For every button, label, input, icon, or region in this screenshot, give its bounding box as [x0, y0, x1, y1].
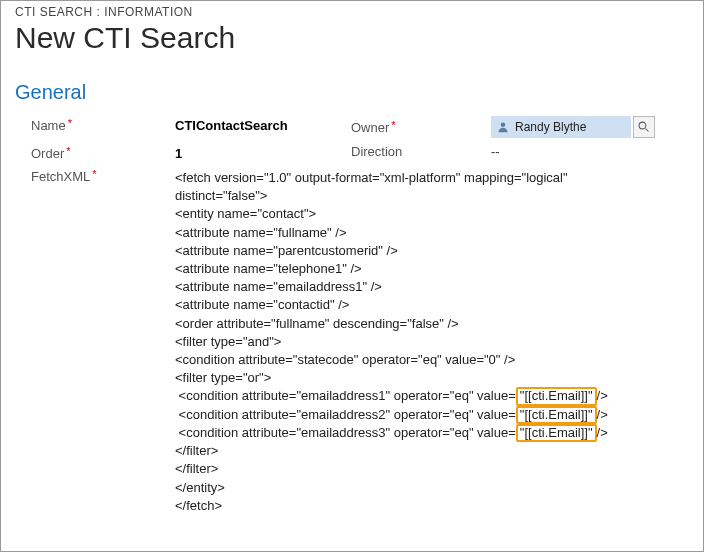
highlight-cti-email-3: "[[cti.Email]]"	[516, 424, 597, 442]
direction-value[interactable]: --	[491, 144, 655, 159]
owner-value: Randy Blythe	[515, 120, 586, 134]
breadcrumb: CTI SEARCH : INFORMATION	[15, 5, 689, 19]
row-fetchxml: FetchXML* <fetch version="1.0" output-fo…	[15, 167, 689, 515]
fetch-cond-email1: <condition attribute="emailaddress1" ope…	[175, 387, 689, 405]
person-icon	[497, 121, 509, 133]
owner-lookup-search-button[interactable]	[633, 116, 655, 138]
fetchxml-label: FetchXML*	[15, 167, 175, 184]
fetch-cond-email2: <condition attribute="emailaddress2" ope…	[175, 406, 689, 424]
fetchxml-value[interactable]: <fetch version="1.0" output-format="xml-…	[175, 167, 689, 515]
svg-point-0	[501, 123, 506, 128]
section-general: General	[15, 81, 689, 104]
name-value[interactable]: CTIContactSearch	[175, 116, 345, 133]
page-title: New CTI Search	[15, 21, 689, 55]
name-label: Name*	[15, 116, 175, 133]
highlight-cti-email-1: "[[cti.Email]]"	[516, 387, 597, 405]
direction-label: Direction	[351, 144, 491, 159]
svg-line-2	[646, 129, 649, 132]
search-icon	[638, 121, 650, 133]
highlight-cti-email-2: "[[cti.Email]]"	[516, 406, 597, 424]
order-value[interactable]: 1	[175, 144, 345, 161]
order-label: Order*	[15, 144, 175, 161]
owner-label: Owner*	[351, 120, 491, 135]
fetch-cond-email3: <condition attribute="emailaddress3" ope…	[175, 424, 689, 442]
row-order-direction: Order* 1 Direction --	[15, 144, 689, 161]
svg-point-1	[639, 122, 646, 129]
owner-lookup[interactable]: Randy Blythe	[491, 116, 631, 138]
row-name-owner: Name* CTIContactSearch Owner* Randy Blyt…	[15, 116, 689, 138]
